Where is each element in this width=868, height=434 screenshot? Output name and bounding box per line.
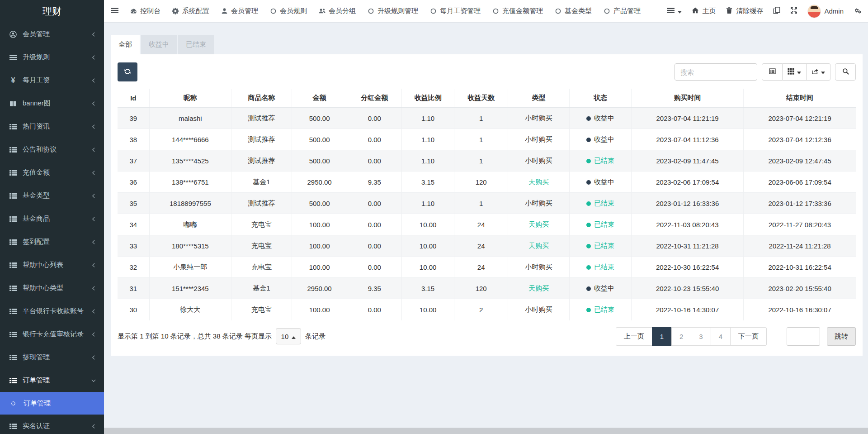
cell-nickname: 徐大大	[149, 299, 231, 320]
table-row[interactable]: 36138****6751基金12950.009.353.15120天购买收益中…	[118, 172, 856, 193]
nav-home[interactable]: 主页	[692, 7, 716, 15]
cell-days: 1	[454, 129, 508, 150]
pagination: 上一页1234下一页 跳转	[616, 327, 856, 346]
tab-earning[interactable]: 收益中	[141, 35, 177, 54]
sidebar-item-fund-product[interactable]: 基金商品	[0, 207, 104, 230]
nav-item-system-config[interactable]: 系统配置	[172, 7, 209, 15]
username: Admin	[824, 7, 844, 15]
page-prev-button[interactable]: 上一页	[616, 327, 652, 346]
table-footer: 显示第 1 到第 10 条记录，总共 38 条记录 每页显示 10 条记录 上一…	[118, 327, 856, 346]
table-row[interactable]: 3518188997555测试推荐500.000.001.101小时购买已结束2…	[118, 193, 856, 214]
sidebar-item-help-center-list[interactable]: 帮助中心列表	[0, 253, 104, 277]
nav-item-product-manage[interactable]: 产品管理	[604, 7, 641, 15]
fulltext-search-button[interactable]	[835, 63, 856, 81]
sidebar-item-notice-agreement[interactable]: 公告和协议	[0, 138, 104, 161]
th-list-icon	[8, 215, 18, 223]
page-jump-input[interactable]	[787, 327, 820, 346]
sidebar-item-help-center-type[interactable]: 帮助中心类型	[0, 277, 104, 300]
search-input[interactable]	[675, 63, 757, 81]
sidebar-item-platform-bank-cards[interactable]: 平台银行卡收款账号	[0, 300, 104, 323]
sidebar-item-upgrade-rules[interactable]: 升级规则	[0, 46, 104, 69]
nav-item-recharge-amount-manage[interactable]: 充值金额管理	[492, 7, 543, 15]
refresh-button[interactable]	[118, 62, 137, 81]
copy-icon	[773, 7, 780, 15]
sidebar-subitem-order-manage[interactable]: 订单管理	[0, 392, 104, 415]
cell-product: 基金1	[231, 278, 292, 299]
page-jump-button[interactable]: 跳转	[827, 327, 856, 346]
page-button-1[interactable]: 1	[652, 327, 672, 346]
cell-status: 已结束	[569, 150, 631, 172]
nav-user-menu[interactable]: Admin	[807, 5, 844, 18]
table-row[interactable]: 34嘟嘟充电宝100.000.0010.0024天购买已结束2022-11-03…	[118, 214, 856, 235]
sidebar-item-member-manage[interactable]: 会员管理	[0, 23, 104, 46]
horizontal-scrollbar[interactable]	[104, 428, 868, 434]
sidebar-toggle-button[interactable]	[104, 0, 126, 23]
cell-dividend: 0.00	[347, 193, 402, 214]
sidebar-item-signin-config[interactable]: 签到配置	[0, 230, 104, 253]
sidebar-item-label: 平台银行卡收款账号	[23, 307, 90, 315]
app-logo[interactable]: 理财	[0, 0, 104, 23]
page-button-2[interactable]: 2	[671, 327, 691, 346]
sidebar-item-monthly-salary[interactable]: ¥每月工资	[0, 69, 104, 92]
table-row[interactable]: 32小泉纯一郎充电宝100.000.0010.0024小时购买已结束2022-1…	[118, 257, 856, 278]
sidebar-item-label: 实名认证	[23, 422, 90, 430]
nav-item-dashboard[interactable]: 控制台	[130, 7, 160, 15]
nav-item-fund-type[interactable]: 基金类型	[555, 7, 592, 15]
nav-fullscreen-button[interactable]	[790, 7, 797, 15]
status-dot	[586, 308, 591, 312]
dashboard-icon	[130, 8, 137, 14]
sidebar-item-label: 提现管理	[23, 353, 90, 362]
table-toolbar	[118, 62, 856, 81]
detail-view-button[interactable]	[762, 63, 783, 81]
cell-product: 测试推荐	[231, 150, 292, 172]
cell-type: 小时购买	[508, 193, 570, 214]
cell-days: 1	[454, 193, 508, 214]
cell-end-time: 2023-02-20 15:55:40	[744, 278, 856, 299]
th-list-icon	[8, 262, 18, 269]
table-row[interactable]: 37135****4525测试推荐500.000.001.101小时购买已结束2…	[118, 150, 856, 172]
table-row[interactable]: 30徐大大充电宝100.000.0010.002小时购买已结束2022-10-1…	[118, 299, 856, 320]
nav-item-member-rules[interactable]: 会员规则	[270, 7, 307, 15]
cell-end-time: 2022-10-31 16:22:54	[744, 257, 856, 278]
page-button-3[interactable]: 3	[691, 327, 711, 346]
nav-settings-button[interactable]	[854, 7, 861, 15]
cell-dividend: 0.00	[347, 235, 402, 257]
sidebar-item-label: 基金类型	[23, 191, 90, 200]
view-button-group	[762, 63, 830, 81]
cell-type: 小时购买	[508, 299, 570, 320]
cell-id: 33	[118, 235, 149, 257]
table-row[interactable]: 33180****5315充电宝100.000.0010.0024天购买已结束2…	[118, 235, 856, 257]
export-dropdown-button[interactable]	[807, 63, 830, 81]
table-row[interactable]: 39malashi测试推荐500.000.001.101小时购买收益中2023-…	[118, 108, 856, 129]
nav-item-monthly-salary-manage[interactable]: 每月工资管理	[430, 7, 481, 15]
tab-all[interactable]: 全部	[111, 35, 140, 54]
sidebar-item-order-manage[interactable]: 订单管理	[0, 369, 104, 392]
nav-item-member-groups[interactable]: 会员分组	[319, 7, 356, 15]
nav-clear-cache[interactable]: 清除缓存	[726, 7, 763, 15]
nav-item-label: 每月工资管理	[440, 7, 481, 15]
page-size-select[interactable]: 10	[276, 328, 301, 344]
page-next-button[interactable]: 下一页	[730, 327, 767, 346]
nav-copy-button[interactable]	[773, 7, 780, 15]
nav-item-member-manage[interactable]: 会员管理	[221, 7, 258, 15]
nav-list-dropdown[interactable]	[667, 7, 682, 15]
sidebar-item-withdraw-manage[interactable]: 提现管理	[0, 346, 104, 369]
table-row[interactable]: 31151****2345基金12950.009.353.15120天购买收益中…	[118, 278, 856, 299]
caret-down-icon	[678, 7, 682, 15]
page-button-4[interactable]: 4	[711, 327, 731, 346]
sidebar-item-realname-auth[interactable]: 实名认证	[0, 415, 104, 434]
nav-item-upgrade-rule-manage[interactable]: 升级规则管理	[368, 7, 418, 15]
cell-buy-time: 2022-10-16 14:30:07	[632, 299, 744, 320]
th-list-icon	[8, 169, 18, 176]
sidebar-item-banner[interactable]: banner图	[0, 92, 104, 115]
sidebar-item-bank-recharge-audit[interactable]: 银行卡充值审核记录	[0, 323, 104, 346]
sidebar-item-hot-news[interactable]: 热门资讯	[0, 115, 104, 138]
table-row[interactable]: 38144****6666测试推荐500.000.001.101小时购买收益中2…	[118, 129, 856, 150]
cell-nickname: 18188997555	[149, 193, 231, 214]
cell-id: 36	[118, 172, 149, 193]
sidebar-item-fund-type[interactable]: 基金类型	[0, 184, 104, 207]
status-dot	[586, 116, 591, 121]
columns-dropdown-button[interactable]	[783, 63, 807, 81]
tab-finished[interactable]: 已结束	[178, 35, 214, 54]
sidebar-item-recharge-amount[interactable]: 充值金额	[0, 161, 104, 184]
